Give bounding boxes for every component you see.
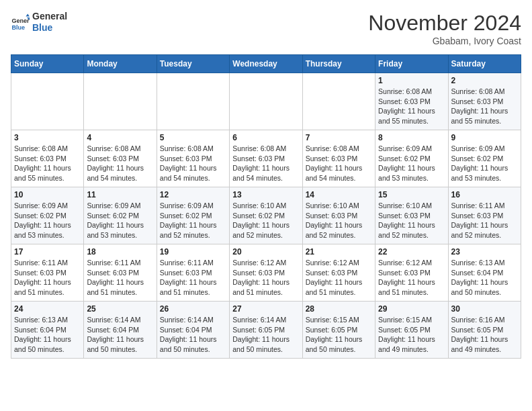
calendar-cell: 16Sunrise: 6:11 AM Sunset: 6:03 PM Dayli… bbox=[448, 187, 521, 244]
svg-text:Blue: Blue bbox=[11, 24, 25, 30]
day-info: Sunrise: 6:15 AM Sunset: 6:05 PM Dayligh… bbox=[306, 315, 372, 355]
day-info: Sunrise: 6:08 AM Sunset: 6:03 PM Dayligh… bbox=[160, 144, 226, 183]
day-info: Sunrise: 6:09 AM Sunset: 6:02 PM Dayligh… bbox=[378, 144, 445, 183]
day-number: 27 bbox=[232, 304, 299, 314]
day-number: 16 bbox=[451, 190, 518, 199]
calendar-cell: 30Sunrise: 6:16 AM Sunset: 6:05 PM Dayli… bbox=[448, 302, 521, 359]
day-info: Sunrise: 6:13 AM Sunset: 6:04 PM Dayligh… bbox=[14, 315, 81, 355]
calendar-cell: 20Sunrise: 6:12 AM Sunset: 6:03 PM Dayli… bbox=[230, 244, 302, 302]
day-of-week-header: Monday bbox=[84, 55, 157, 73]
day-number: 6 bbox=[232, 133, 299, 142]
day-info: Sunrise: 6:10 AM Sunset: 6:03 PM Dayligh… bbox=[378, 201, 445, 240]
title-block: November 2024 Gbabam, Ivory Coast bbox=[368, 11, 521, 46]
day-info: Sunrise: 6:11 AM Sunset: 6:03 PM Dayligh… bbox=[160, 258, 226, 298]
calendar-cell: 13Sunrise: 6:10 AM Sunset: 6:02 PM Dayli… bbox=[230, 187, 302, 244]
day-number: 11 bbox=[87, 190, 153, 199]
calendar-cell: 9Sunrise: 6:09 AM Sunset: 6:02 PM Daylig… bbox=[448, 130, 521, 187]
logo: General Blue General Blue bbox=[11, 11, 67, 34]
day-of-week-header: Friday bbox=[375, 55, 448, 73]
day-number: 17 bbox=[14, 247, 81, 257]
day-number: 13 bbox=[232, 190, 299, 199]
day-info: Sunrise: 6:12 AM Sunset: 6:03 PM Dayligh… bbox=[378, 258, 445, 298]
calendar-cell: 23Sunrise: 6:13 AM Sunset: 6:04 PM Dayli… bbox=[448, 244, 521, 302]
calendar-cell: 29Sunrise: 6:15 AM Sunset: 6:05 PM Dayli… bbox=[375, 302, 448, 359]
day-info: Sunrise: 6:09 AM Sunset: 6:02 PM Dayligh… bbox=[14, 201, 81, 240]
day-info: Sunrise: 6:09 AM Sunset: 6:02 PM Dayligh… bbox=[160, 201, 226, 240]
calendar-cell bbox=[11, 73, 84, 130]
day-number: 9 bbox=[451, 133, 518, 142]
day-number: 12 bbox=[160, 190, 226, 199]
calendar-cell: 27Sunrise: 6:14 AM Sunset: 6:05 PM Dayli… bbox=[230, 302, 302, 359]
day-info: Sunrise: 6:15 AM Sunset: 6:05 PM Dayligh… bbox=[378, 315, 445, 355]
calendar-cell: 11Sunrise: 6:09 AM Sunset: 6:02 PM Dayli… bbox=[84, 187, 157, 244]
day-number: 7 bbox=[306, 133, 372, 142]
day-info: Sunrise: 6:13 AM Sunset: 6:04 PM Dayligh… bbox=[451, 258, 518, 298]
day-info: Sunrise: 6:08 AM Sunset: 6:03 PM Dayligh… bbox=[14, 144, 81, 183]
day-info: Sunrise: 6:09 AM Sunset: 6:02 PM Dayligh… bbox=[451, 144, 518, 183]
calendar-cell: 2Sunrise: 6:08 AM Sunset: 6:03 PM Daylig… bbox=[448, 73, 521, 130]
day-info: Sunrise: 6:11 AM Sunset: 6:03 PM Dayligh… bbox=[451, 201, 518, 240]
day-info: Sunrise: 6:09 AM Sunset: 6:02 PM Dayligh… bbox=[87, 201, 153, 240]
calendar-cell: 6Sunrise: 6:08 AM Sunset: 6:03 PM Daylig… bbox=[230, 130, 302, 187]
day-info: Sunrise: 6:08 AM Sunset: 6:03 PM Dayligh… bbox=[232, 144, 299, 183]
calendar-header: SundayMondayTuesdayWednesdayThursdayFrid… bbox=[11, 55, 521, 73]
calendar-cell bbox=[84, 73, 157, 130]
day-number: 4 bbox=[87, 133, 153, 142]
logo-icon: General Blue bbox=[11, 13, 30, 32]
day-number: 8 bbox=[378, 133, 445, 142]
day-info: Sunrise: 6:08 AM Sunset: 6:03 PM Dayligh… bbox=[306, 144, 372, 183]
page-header: General Blue General Blue November 2024 … bbox=[11, 11, 521, 46]
calendar-cell: 4Sunrise: 6:08 AM Sunset: 6:03 PM Daylig… bbox=[84, 130, 157, 187]
day-of-week-header: Wednesday bbox=[230, 55, 302, 73]
calendar-cell bbox=[157, 73, 229, 130]
day-info: Sunrise: 6:12 AM Sunset: 6:03 PM Dayligh… bbox=[306, 258, 372, 298]
day-info: Sunrise: 6:11 AM Sunset: 6:03 PM Dayligh… bbox=[87, 258, 153, 298]
day-info: Sunrise: 6:14 AM Sunset: 6:04 PM Dayligh… bbox=[160, 315, 226, 355]
day-number: 24 bbox=[14, 304, 81, 314]
day-info: Sunrise: 6:08 AM Sunset: 6:03 PM Dayligh… bbox=[451, 87, 518, 126]
calendar-cell bbox=[230, 73, 302, 130]
day-number: 23 bbox=[451, 247, 518, 257]
calendar-table: SundayMondayTuesdayWednesdayThursdayFrid… bbox=[11, 54, 521, 359]
calendar-cell: 14Sunrise: 6:10 AM Sunset: 6:03 PM Dayli… bbox=[302, 187, 375, 244]
day-of-week-header: Sunday bbox=[11, 55, 84, 73]
logo-blue: Blue bbox=[32, 22, 67, 34]
day-info: Sunrise: 6:08 AM Sunset: 6:03 PM Dayligh… bbox=[378, 87, 445, 126]
svg-marker-2 bbox=[26, 13, 30, 16]
month-title: November 2024 bbox=[368, 11, 521, 36]
day-info: Sunrise: 6:08 AM Sunset: 6:03 PM Dayligh… bbox=[87, 144, 153, 183]
day-info: Sunrise: 6:14 AM Sunset: 6:05 PM Dayligh… bbox=[232, 315, 299, 355]
calendar-cell: 7Sunrise: 6:08 AM Sunset: 6:03 PM Daylig… bbox=[302, 130, 375, 187]
day-number: 22 bbox=[378, 247, 445, 257]
calendar-cell: 10Sunrise: 6:09 AM Sunset: 6:02 PM Dayli… bbox=[11, 187, 84, 244]
logo-general: General bbox=[32, 11, 67, 22]
day-of-week-header: Saturday bbox=[448, 55, 521, 73]
calendar-cell: 3Sunrise: 6:08 AM Sunset: 6:03 PM Daylig… bbox=[11, 130, 84, 187]
day-info: Sunrise: 6:12 AM Sunset: 6:03 PM Dayligh… bbox=[232, 258, 299, 298]
day-number: 5 bbox=[160, 133, 226, 142]
calendar-cell: 21Sunrise: 6:12 AM Sunset: 6:03 PM Dayli… bbox=[302, 244, 375, 302]
day-info: Sunrise: 6:11 AM Sunset: 6:03 PM Dayligh… bbox=[14, 258, 81, 298]
calendar-cell: 22Sunrise: 6:12 AM Sunset: 6:03 PM Dayli… bbox=[375, 244, 448, 302]
day-number: 21 bbox=[306, 247, 372, 257]
calendar-cell: 28Sunrise: 6:15 AM Sunset: 6:05 PM Dayli… bbox=[302, 302, 375, 359]
day-number: 2 bbox=[451, 76, 518, 85]
calendar-cell: 18Sunrise: 6:11 AM Sunset: 6:03 PM Dayli… bbox=[84, 244, 157, 302]
day-number: 10 bbox=[14, 190, 81, 199]
day-number: 18 bbox=[87, 247, 153, 257]
day-of-week-header: Thursday bbox=[302, 55, 375, 73]
day-number: 15 bbox=[378, 190, 445, 199]
day-of-week-header: Tuesday bbox=[157, 55, 229, 73]
day-number: 28 bbox=[306, 304, 372, 314]
day-number: 3 bbox=[14, 133, 81, 142]
day-number: 1 bbox=[378, 76, 445, 85]
calendar-cell: 26Sunrise: 6:14 AM Sunset: 6:04 PM Dayli… bbox=[157, 302, 229, 359]
day-info: Sunrise: 6:16 AM Sunset: 6:05 PM Dayligh… bbox=[451, 315, 518, 355]
day-info: Sunrise: 6:14 AM Sunset: 6:04 PM Dayligh… bbox=[87, 315, 153, 355]
day-number: 30 bbox=[451, 304, 518, 314]
location: Gbabam, Ivory Coast bbox=[368, 36, 521, 46]
calendar-cell: 25Sunrise: 6:14 AM Sunset: 6:04 PM Dayli… bbox=[84, 302, 157, 359]
day-number: 19 bbox=[160, 247, 226, 257]
calendar-cell: 12Sunrise: 6:09 AM Sunset: 6:02 PM Dayli… bbox=[157, 187, 229, 244]
calendar-cell: 1Sunrise: 6:08 AM Sunset: 6:03 PM Daylig… bbox=[375, 73, 448, 130]
